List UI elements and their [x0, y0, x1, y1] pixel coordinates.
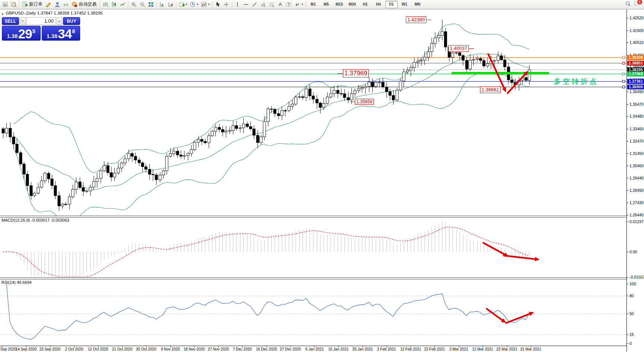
- rsi-pane-separator[interactable]: [0, 278, 644, 279]
- current-price-line-1.38295[interactable]: [0, 69, 626, 71]
- toolbar-separator: [212, 1, 212, 7]
- macd-pane-separator[interactable]: [0, 216, 644, 218]
- price-callout-1.42380[interactable]: 1.42380: [406, 16, 426, 23]
- line-anchor-icon[interactable]: [622, 86, 625, 88]
- price-axis-tick: 1.31450: [629, 151, 644, 156]
- date-axis-label: 27 Dec 2020: [280, 347, 301, 351]
- auto-trading-icon[interactable]: [70, 1, 79, 8]
- axis-tick: [627, 296, 628, 296]
- price-axis-tick: 1.26440: [629, 213, 644, 217]
- template-icon[interactable]: [200, 1, 208, 8]
- svg-text:T: T: [288, 3, 290, 7]
- volume-input[interactable]: [26, 17, 56, 25]
- toolbar-separator: [176, 1, 176, 7]
- volume-increase-stepper[interactable]: ▲: [56, 17, 62, 25]
- tile-windows-icon[interactable]: [146, 1, 155, 8]
- buy-price-big: 34: [58, 28, 72, 39]
- auto-scroll-icon[interactable]: [158, 1, 166, 8]
- chevron-down-icon[interactable]: ▼: [185, 3, 188, 6]
- date-axis-label: 21 Oct 2020: [112, 347, 132, 351]
- callout-connector: [350, 102, 355, 102]
- shapes-icon[interactable]: [293, 1, 302, 8]
- new-chart-icon[interactable]: [1, 1, 9, 8]
- zoom-in-icon[interactable]: [129, 1, 138, 8]
- timeframe-button-d1[interactable]: D1: [385, 1, 398, 8]
- vertical-line-icon[interactable]: [233, 1, 242, 8]
- axis-tick: [627, 166, 628, 166]
- price-callout-1.37969[interactable]: 1.37969: [343, 69, 369, 77]
- date-axis[interactable]: Sep 202014 Sep 202023 Sep 20202 Oct 2020…: [0, 346, 626, 352]
- chat-icon[interactable]: 1: [634, 1, 640, 8]
- price-callout-1.36661[interactable]: 1.36661: [480, 86, 501, 93]
- chevron-down-icon[interactable]: ▼: [301, 3, 304, 6]
- timeframe-button-w1[interactable]: W1: [398, 1, 411, 8]
- new-order-label[interactable]: 新订单: [29, 1, 42, 7]
- window-divider: [0, 9, 644, 10]
- axis-tick: [627, 203, 628, 203]
- support-zone-bar[interactable]: [452, 72, 549, 74]
- chart-symbol-icon: ▴: [2, 12, 3, 15]
- text-icon[interactable]: A: [276, 1, 285, 8]
- profiles-icon[interactable]: [9, 1, 18, 8]
- axis-tick: [627, 222, 628, 222]
- timeframe-button-m1[interactable]: M1: [307, 1, 319, 8]
- horizontal-level-line-1.38851[interactable]: [0, 62, 626, 64]
- timeframe-button-mn[interactable]: MN: [411, 1, 424, 8]
- horizontal-level-line-1.36905[interactable]: [0, 86, 626, 88]
- trendline-icon[interactable]: [250, 1, 259, 8]
- signal-icon[interactable]: [61, 1, 70, 8]
- horizontal-level-line-1.39308[interactable]: [0, 57, 626, 58]
- date-axis-label: 31 Mar 2021: [520, 347, 541, 351]
- bar-chart-icon[interactable]: [101, 1, 110, 8]
- horizontal-line-icon[interactable]: [242, 1, 250, 8]
- add-indicator-icon[interactable]: [177, 1, 186, 8]
- text-label-icon[interactable]: T: [285, 1, 293, 8]
- search-icon[interactable]: [625, 1, 631, 8]
- cursor-icon[interactable]: [214, 1, 222, 8]
- channel-icon[interactable]: E: [259, 1, 268, 8]
- macd-axis-tick: -0.010374: [629, 275, 644, 279]
- timeframe-button-m5[interactable]: M5: [320, 1, 332, 8]
- market-watch-icon[interactable]: [53, 1, 61, 8]
- rsi-value: 49.6694: [17, 280, 32, 285]
- line-chart-icon[interactable]: [118, 1, 127, 8]
- volume-decrease-stepper[interactable]: ▼: [20, 17, 26, 25]
- line-anchor-icon[interactable]: [622, 56, 625, 59]
- timeframe-button-h4[interactable]: H4: [372, 1, 385, 8]
- fibonacci-icon[interactable]: F: [268, 1, 276, 8]
- zoom-out-icon[interactable]: [138, 1, 146, 8]
- crayon-icon[interactable]: [44, 1, 53, 8]
- timeframe-button-m15[interactable]: M15: [333, 1, 345, 8]
- price-axis[interactable]: 1.425201.415001.405101.394901.385001.374…: [626, 10, 644, 352]
- new-order-icon[interactable]: [20, 1, 29, 8]
- price-axis-tick: 1.35470: [629, 102, 644, 107]
- chevron-down-icon[interactable]: ▼: [196, 3, 199, 6]
- crosshair-icon[interactable]: [222, 1, 231, 8]
- sell-button[interactable]: SELL: [2, 17, 19, 25]
- buy-button[interactable]: BUY: [63, 17, 80, 25]
- candlestick-icon[interactable]: [110, 1, 118, 8]
- auto-trading-label[interactable]: 自动交易: [79, 1, 97, 7]
- periods-icon[interactable]: [189, 1, 197, 8]
- sell-price-pip: 5: [32, 26, 35, 34]
- price-axis-tick: 1.41500: [629, 28, 644, 33]
- buy-price-tile[interactable]: 1.38 34 8: [42, 26, 80, 41]
- chart-shift-icon[interactable]: [166, 1, 175, 8]
- line-anchor-icon[interactable]: [622, 80, 625, 83]
- date-axis-label: 23 Sep 2020: [40, 347, 61, 351]
- price-callout-1.35658[interactable]: 1.35658: [355, 99, 374, 105]
- sell-price-tile[interactable]: 1.38 29 5: [2, 26, 41, 41]
- axis-tick: [627, 31, 628, 31]
- line-anchor-icon[interactable]: [622, 62, 625, 64]
- timeframe-button-h1[interactable]: H1: [359, 1, 372, 8]
- line-anchor-icon[interactable]: [622, 73, 625, 75]
- price-callout-1.40037[interactable]: 1.40037: [448, 45, 469, 52]
- date-axis-label: 22 Mar 2021: [496, 347, 517, 351]
- date-axis-label: 12 Feb 2021: [400, 347, 421, 351]
- turning-point-note[interactable]: 多空转折点: [554, 77, 599, 86]
- date-axis-label: 3 Feb 2021: [377, 347, 396, 351]
- chevron-down-icon[interactable]: ▼: [208, 3, 210, 6]
- axis-tick: [627, 190, 628, 191]
- horizontal-level-line-1.37361[interactable]: [0, 80, 626, 82]
- timeframe-button-m30[interactable]: M30: [346, 1, 359, 8]
